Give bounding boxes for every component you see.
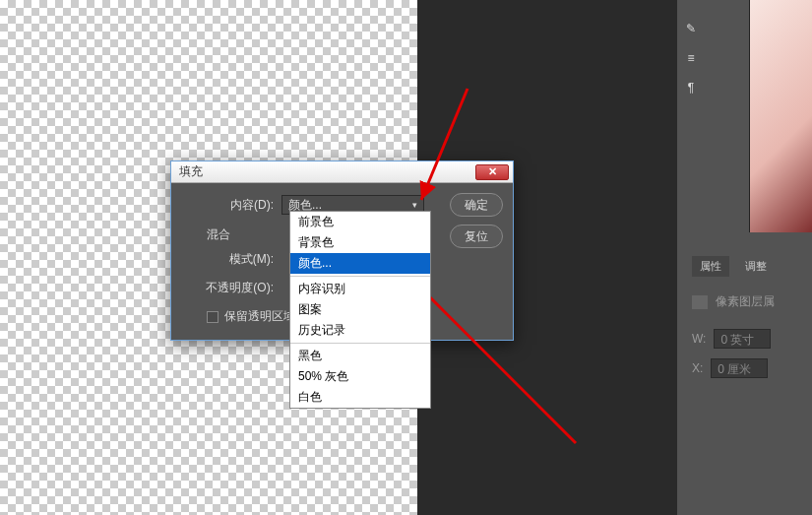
- dialog-title: 填充: [179, 163, 203, 180]
- dropdown-separator: [290, 276, 430, 277]
- mode-label: 模式(M):: [183, 251, 281, 268]
- reset-button[interactable]: 复位: [450, 225, 503, 248]
- dropdown-option-foreground[interactable]: 前景色: [290, 212, 430, 232]
- x-input[interactable]: 0 厘米: [711, 358, 768, 378]
- dropdown-option-white[interactable]: 白色: [290, 387, 430, 408]
- paragraph-icon[interactable]: ¶: [681, 79, 701, 97]
- dropdown-option-content-aware[interactable]: 内容识别: [290, 279, 430, 299]
- tool-icons: ✎ ≡ ¶: [681, 20, 701, 97]
- x-row: X: 0 厘米: [692, 358, 768, 378]
- dropdown-option-color[interactable]: 颜色...: [290, 253, 430, 274]
- adjustment-icon[interactable]: ≡: [681, 49, 701, 67]
- w-label: W:: [692, 332, 706, 346]
- layer-props-row: 像素图层属: [692, 293, 775, 310]
- content-dropdown-list: 前景色 背景色 颜色... 内容识别 图案 历史记录 黑色 50% 灰色 白色: [289, 211, 431, 409]
- dropdown-option-background[interactable]: 背景色: [290, 232, 430, 253]
- dialog-buttons: 确定 复位: [450, 193, 503, 248]
- tab-properties[interactable]: 属性: [692, 256, 729, 277]
- tab-adjustments[interactable]: 调整: [737, 256, 775, 277]
- dropdown-option-history[interactable]: 历史记录: [290, 320, 430, 341]
- close-button[interactable]: ✕: [475, 164, 509, 180]
- right-panel: ✎ ≡ ¶ 属性 调整 像素图层属 W: 0 英寸 X: 0 厘米: [677, 0, 812, 515]
- ok-button[interactable]: 确定: [450, 193, 503, 217]
- x-label: X:: [692, 361, 703, 375]
- pixel-layer-icon: [692, 295, 708, 309]
- layer-props-label: 像素图层属: [716, 293, 775, 310]
- panel-tabs: 属性 调整: [692, 256, 775, 277]
- chevron-down-icon: ▾: [412, 200, 417, 210]
- dialog-titlebar[interactable]: 填充 ✕: [171, 161, 513, 183]
- content-label: 内容(D):: [183, 197, 281, 214]
- color-picker[interactable]: [749, 0, 812, 232]
- opacity-label: 不透明度(O):: [183, 280, 281, 296]
- width-row: W: 0 英寸: [692, 329, 771, 349]
- dropdown-option-black[interactable]: 黑色: [290, 346, 430, 366]
- history-brush-icon[interactable]: ✎: [681, 20, 701, 37]
- dropdown-separator: [290, 343, 430, 344]
- width-input[interactable]: 0 英寸: [714, 329, 771, 349]
- dropdown-option-pattern[interactable]: 图案: [290, 299, 430, 320]
- preserve-transparency-label: 保留透明区域: [224, 308, 295, 325]
- preserve-transparency-checkbox[interactable]: [207, 311, 219, 323]
- dropdown-option-gray[interactable]: 50% 灰色: [290, 366, 430, 387]
